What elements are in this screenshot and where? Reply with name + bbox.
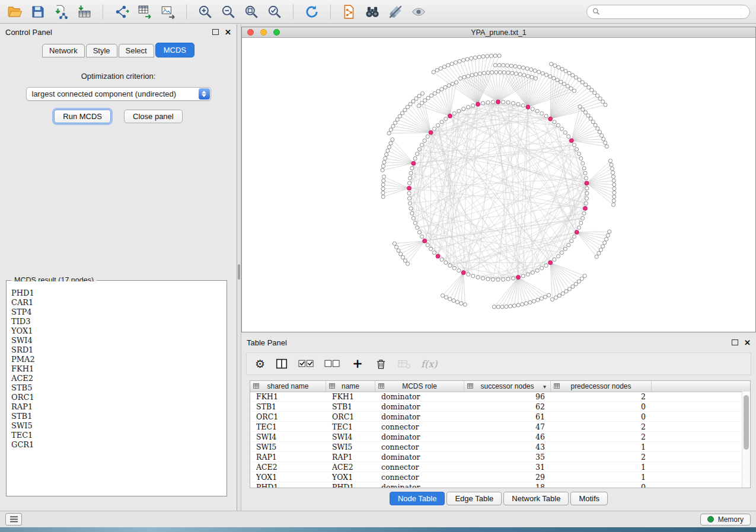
mcds-result-item[interactable]: ORC1 [11,393,226,402]
vertical-scrollbar[interactable] [237,24,241,511]
zoom-in-icon[interactable] [196,3,214,21]
tab-network-table[interactable]: Network Table [503,492,569,505]
export-table-icon[interactable] [136,3,154,21]
unselect-all-columns-icon[interactable] [324,359,340,369]
first-neighbors-icon[interactable] [363,3,381,21]
table-row[interactable]: TEC1TEC1connector472 [250,422,742,432]
apply-layout-icon[interactable] [303,3,321,21]
table-row[interactable]: RAP1RAP1dominator352 [250,452,742,462]
export-image-icon[interactable] [159,3,177,21]
scrollbar-thumb[interactable] [238,264,240,280]
cell-MCDS-role: dominator [375,432,464,441]
tab-mcds[interactable]: MCDS [155,43,194,57]
table-row[interactable]: ACE2ACE2connector311 [250,462,742,472]
table-row[interactable]: SWI5SWI5connector431 [250,442,742,452]
cell-shared-name: ACE2 [250,463,326,472]
dropdown-stepper-icon [199,88,210,100]
column-type-icon [329,383,335,389]
mcds-result-item[interactable]: RAP1 [11,402,226,412]
mcds-result-item[interactable]: STB5 [11,383,226,393]
column-header-shared-name[interactable]: shared name [250,381,326,392]
mcds-result-item[interactable]: STP4 [11,307,226,317]
tab-edge-table[interactable]: Edge Table [446,492,502,505]
run-mcds-button[interactable]: Run MCDS [54,110,111,123]
table-panel: Table Panel ✕ ⚙ ＋ f(x) shared namenameMC… [241,335,756,511]
close-panel-button[interactable]: Close panel [124,110,183,123]
mcds-result-item[interactable]: TEC1 [11,431,226,440]
search-input[interactable] [603,7,744,17]
mcds-result-list[interactable]: PHD1CAR1STP4TID3YOX1SWI4SRD1PMA2FKH1ACE2… [7,281,226,495]
mcds-result-item[interactable]: ACE2 [11,374,226,383]
column-header-predecessor-nodes[interactable]: predecessor nodes [551,381,652,392]
mcds-result-item[interactable]: YOX1 [11,326,226,336]
select-all-columns-icon[interactable] [298,359,314,369]
birds-eye-view-icon[interactable] [410,3,428,21]
scrollbar-thumb[interactable] [744,395,749,450]
open-session-icon[interactable] [6,3,24,21]
zoom-out-icon[interactable] [219,3,237,21]
mcds-result-item[interactable]: SWI5 [11,421,226,431]
float-panel-icon[interactable] [212,29,219,35]
toolbar-separator [103,4,103,20]
import-table-from-file-icon[interactable] [75,3,93,21]
search-box[interactable] [586,5,750,19]
delete-column-icon[interactable] [375,358,387,370]
table-settings-icon[interactable]: ⚙ [255,358,265,370]
float-panel-icon[interactable] [732,339,738,345]
criterion-dropdown[interactable]: largest connected component (undirected) [26,87,211,101]
tab-node-table[interactable]: Node Table [390,492,445,505]
cell-shared-name: SWI5 [250,443,326,451]
cell-successor-nodes: 29 [464,473,551,482]
table-scrollbar[interactable] [742,392,750,488]
zoom-selected-icon[interactable] [266,3,283,21]
save-session-icon[interactable] [29,3,47,21]
mcds-result-item[interactable]: PHD1 [11,289,226,298]
tab-network[interactable]: Network [42,44,85,57]
network-window-titlebar[interactable]: YPA_prune.txt_1 [242,27,755,38]
window-minimize-button[interactable] [260,29,267,36]
export-network-icon[interactable] [113,3,130,21]
zoom-fit-content-icon[interactable] [243,3,260,21]
mcds-result-item[interactable]: PMA2 [11,355,226,364]
window-close-button[interactable] [247,29,254,36]
table-row[interactable]: YOX1YOX1connector291 [250,472,742,482]
table-row[interactable]: SWI4SWI4dominator462 [250,432,742,442]
close-panel-icon[interactable]: ✕ [744,339,751,347]
column-header-successor-nodes[interactable]: successor nodes▾ [464,381,551,392]
cell-predecessor-nodes: 1 [551,473,652,482]
table-row[interactable]: ORC1ORC1dominator610 [250,412,742,422]
create-column-icon[interactable]: ＋ [350,356,365,370]
tab-select[interactable]: Select [119,44,154,57]
import-network-from-file-icon[interactable] [52,3,70,21]
window-zoom-button[interactable] [273,29,280,36]
table-panel-header: Table Panel ✕ [241,335,756,350]
show-columns-icon[interactable] [275,357,288,370]
mcds-result-item[interactable]: STB1 [11,412,226,421]
mcds-result-item[interactable]: SWI4 [11,336,226,345]
new-network-from-selection-icon[interactable] [340,3,358,21]
column-header-MCDS-role[interactable]: MCDS role [375,381,464,392]
mcds-result-item[interactable]: SRD1 [11,345,226,355]
column-header-name[interactable]: name [326,381,375,392]
show-panels-menu-button[interactable] [5,513,22,525]
mcds-result-item[interactable]: CAR1 [11,298,226,307]
column-type-icon [378,383,384,389]
graphics-details-icon[interactable] [387,3,404,21]
close-panel-icon[interactable]: ✕ [225,28,231,36]
mcds-result-item[interactable]: GCR1 [11,440,226,450]
cell-predecessor-nodes: 0 [551,402,652,411]
cell-successor-nodes: 96 [464,392,551,401]
mcds-result-item[interactable]: TID3 [11,317,226,326]
tab-motifs[interactable]: Motifs [570,492,608,505]
memory-button[interactable]: Memory [700,514,751,525]
table-row[interactable]: FKH1FKH1dominator962 [250,392,742,402]
cell-successor-nodes: 31 [464,463,551,472]
cell-predecessor-nodes: 2 [551,453,652,462]
cell-name: STB1 [326,402,375,411]
table-row[interactable]: STB1STB1dominator620 [250,402,742,412]
cell-predecessor-nodes: 1 [551,463,652,472]
mcds-result-item[interactable]: FKH1 [11,364,226,374]
network-canvas[interactable] [242,38,755,332]
tab-style[interactable]: Style [86,44,117,57]
table-row[interactable]: PHD1PHD1dominator180 [250,482,742,488]
